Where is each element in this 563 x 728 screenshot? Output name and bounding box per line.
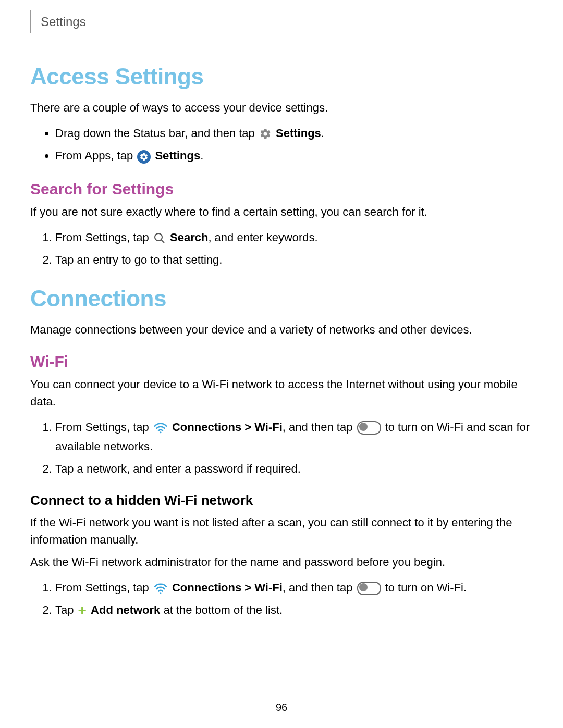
text: . [200,149,203,162]
hidden-steps: From Settings, tap Connections > Wi-Fi, … [30,578,533,620]
h2-wifi: Wi-Fi [30,353,533,371]
svg-point-3 [160,592,161,594]
h1-access-settings: Access Settings [30,64,533,90]
bullet-apps: From Apps, tap Settings. [55,146,533,165]
step-wifi-1: From Settings, tap Connections > Wi-Fi, … [55,417,533,456]
toggle-off-icon [357,421,381,435]
intro-access: There are a couple of ways to access you… [30,99,533,116]
text: , and enter keywords. [208,231,317,244]
intro-search: If you are not sure exactly where to fin… [30,203,533,220]
h2-search-settings: Search for Settings [30,180,533,198]
text: at the bottom of the list. [160,603,283,616]
intro-connections: Manage connections between your device a… [30,321,533,338]
text: . [321,127,324,140]
text: Drag down the Status bar, and then tap [55,127,258,140]
step-wifi-2: Tap a network, and enter a password if r… [55,459,533,478]
step-search-2: Tap an entry to go to that setting. [55,250,533,269]
note-hidden: Ask the Wi-Fi network administrator for … [30,553,533,571]
text: , and then tap [283,581,356,594]
text-bold: Add network [91,603,160,616]
plus-icon: + [78,603,87,618]
text: Tap [55,603,77,616]
text: From Apps, tap [55,149,136,162]
wifi-icon [153,583,168,594]
gear-icon [259,128,272,140]
intro-wifi: You can connect your device to a Wi-Fi n… [30,376,533,410]
text: , and then tap [283,421,356,434]
svg-point-0 [155,233,162,241]
access-bullet-list: Drag down the Status bar, and then tap S… [30,124,533,166]
text-bold: Search [170,231,208,244]
text: From Settings, tap [55,231,152,244]
step-hidden-1: From Settings, tap Connections > Wi-Fi, … [55,578,533,597]
search-icon [153,232,166,244]
toggle-off-icon [357,582,381,595]
page-number: 96 [0,701,563,713]
step-hidden-2: Tap + Add network at the bottom of the l… [55,600,533,620]
text: From Settings, tap [55,421,152,434]
search-steps: From Settings, tap Search, and enter key… [30,228,533,270]
header-tab: Settings [30,10,95,33]
bullet-statusbar: Drag down the Status bar, and then tap S… [55,124,533,143]
wifi-icon [153,422,168,434]
wifi-steps: From Settings, tap Connections > Wi-Fi, … [30,417,533,479]
h1-connections: Connections [30,286,533,312]
text-bold: Connections > Wi-Fi [172,421,283,434]
text: to turn on Wi-Fi. [385,581,467,594]
text-bold: Settings [276,127,321,140]
text-bold: Settings [155,149,200,162]
document-page: Settings Access Settings There are a cou… [0,0,563,728]
svg-point-2 [160,431,161,433]
step-search-1: From Settings, tap Search, and enter key… [55,228,533,247]
intro-hidden: If the Wi-Fi network you want is not lis… [30,514,533,548]
settings-app-icon [137,150,151,164]
text: From Settings, tap [55,581,152,594]
text-bold: Connections > Wi-Fi [172,581,283,594]
svg-line-1 [161,240,164,243]
h3-hidden-wifi: Connect to a hidden Wi-Fi network [30,492,533,509]
